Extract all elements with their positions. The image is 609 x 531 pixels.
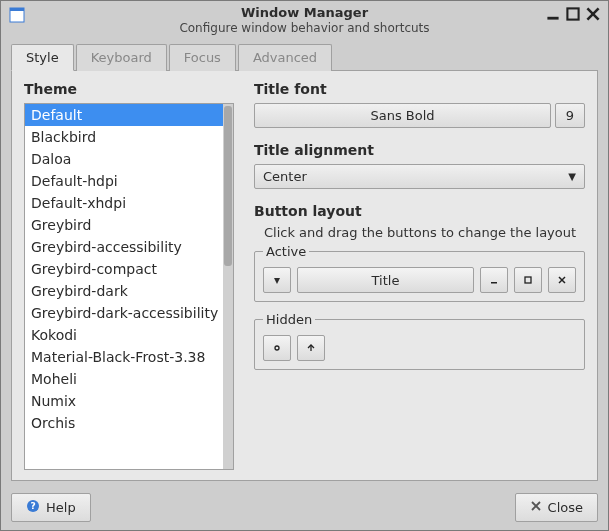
theme-item[interactable]: Blackbird — [25, 126, 223, 148]
svg-point-10 — [275, 346, 279, 350]
menu-button-icon[interactable]: ▾ — [263, 267, 291, 293]
svg-rect-7 — [525, 277, 531, 283]
theme-scrollbar-thumb[interactable] — [224, 106, 232, 266]
title-bar-label-button[interactable]: Title — [297, 267, 474, 293]
tab-keyboard[interactable]: Keyboard — [76, 44, 167, 71]
close-window-button[interactable] — [586, 7, 600, 21]
tab-bar: Style Keyboard Focus Advanced — [11, 44, 598, 71]
theme-item[interactable]: Default — [25, 104, 223, 126]
title-font-button[interactable]: Sans Bold — [254, 103, 551, 128]
chevron-down-icon: ▼ — [568, 171, 576, 182]
title-font-label: Title font — [254, 81, 585, 97]
title-alignment-label: Title alignment — [254, 142, 585, 158]
svg-rect-6 — [491, 282, 497, 284]
theme-item[interactable]: Material-Black-Frost-3.38 — [25, 346, 223, 368]
title-alignment-combo[interactable]: Center ▼ — [254, 164, 585, 189]
dialog-footer: ? Help Close — [1, 487, 608, 530]
active-buttons-group: Active ▾ Title — [254, 244, 585, 302]
title-font-size-button[interactable]: 9 — [555, 103, 585, 128]
theme-item[interactable]: Greybird-dark — [25, 280, 223, 302]
theme-item[interactable]: Default-xhdpi — [25, 192, 223, 214]
theme-item[interactable]: Greybird — [25, 214, 223, 236]
theme-item[interactable]: Greybird-accessibility — [25, 236, 223, 258]
maximize-button[interactable] — [566, 7, 580, 21]
button-layout-label: Button layout — [254, 203, 585, 219]
minimize-button[interactable] — [546, 7, 560, 21]
window-title: Window Manager — [241, 5, 368, 20]
help-icon: ? — [26, 499, 40, 516]
minimize-layout-button[interactable] — [480, 267, 508, 293]
theme-label: Theme — [24, 81, 234, 97]
hidden-buttons-group: Hidden — [254, 312, 585, 370]
theme-item[interactable]: Daloa — [25, 148, 223, 170]
theme-item[interactable]: Moheli — [25, 368, 223, 390]
tab-focus[interactable]: Focus — [169, 44, 236, 71]
shade-layout-button[interactable] — [263, 335, 291, 361]
button-layout-hint: Click and drag the buttons to change the… — [254, 225, 585, 240]
titlebar: Window Manager Configure window behavior… — [1, 1, 608, 37]
close-icon — [530, 500, 542, 515]
window-manager-dialog: Window Manager Configure window behavior… — [0, 0, 609, 531]
theme-list-container: DefaultBlackbirdDaloaDefault-hdpiDefault… — [24, 103, 234, 470]
active-legend: Active — [263, 244, 309, 259]
stick-layout-button[interactable] — [297, 335, 325, 361]
help-button[interactable]: ? Help — [11, 493, 91, 522]
tab-advanced[interactable]: Advanced — [238, 44, 332, 71]
theme-item[interactable]: Kokodi — [25, 324, 223, 346]
theme-item[interactable]: Greybird-compact — [25, 258, 223, 280]
svg-rect-1 — [10, 8, 24, 11]
close-label: Close — [548, 500, 583, 515]
maximize-layout-button[interactable] — [514, 267, 542, 293]
theme-item[interactable]: Default-hdpi — [25, 170, 223, 192]
close-layout-button[interactable] — [548, 267, 576, 293]
theme-item[interactable]: Greybird-dark-accessibility — [25, 302, 223, 324]
help-label: Help — [46, 500, 76, 515]
title-alignment-value: Center — [263, 169, 307, 184]
svg-rect-2 — [547, 17, 558, 20]
theme-scrollbar[interactable] — [223, 104, 233, 469]
hidden-legend: Hidden — [263, 312, 315, 327]
style-panel: Theme DefaultBlackbirdDaloaDefault-hdpiD… — [11, 70, 598, 481]
svg-text:?: ? — [30, 501, 35, 511]
tab-style[interactable]: Style — [11, 44, 74, 71]
window-subtitle: Configure window behavior and shortcuts — [179, 21, 429, 35]
theme-item[interactable]: Orchis — [25, 412, 223, 434]
theme-list[interactable]: DefaultBlackbirdDaloaDefault-hdpiDefault… — [25, 104, 223, 469]
close-button[interactable]: Close — [515, 493, 598, 522]
svg-rect-3 — [567, 8, 578, 19]
app-icon — [9, 7, 25, 23]
theme-item[interactable]: Numix — [25, 390, 223, 412]
